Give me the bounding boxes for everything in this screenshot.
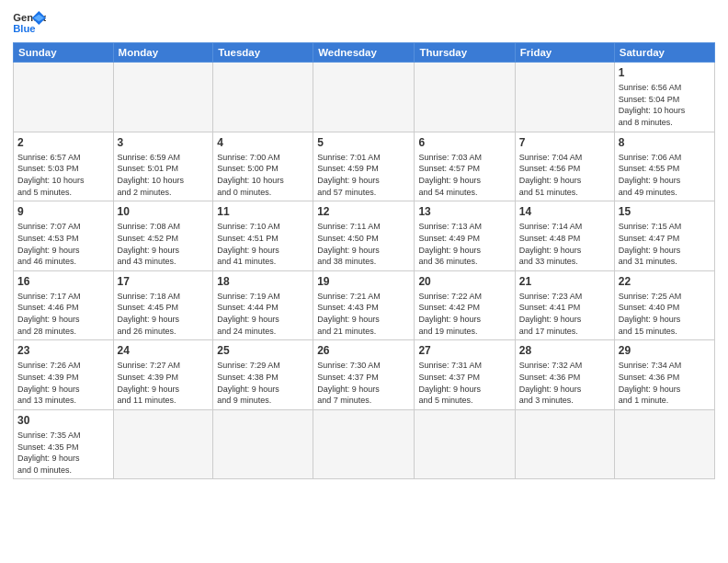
calendar-cell: 24Sunrise: 7:27 AMSunset: 4:39 PMDayligh… [113, 340, 213, 410]
day-info: Sunrise: 7:17 AMSunset: 4:46 PMDaylight:… [17, 291, 109, 337]
calendar-cell: 3Sunrise: 6:59 AMSunset: 5:01 PMDaylight… [113, 132, 213, 201]
calendar-cell: 26Sunrise: 7:30 AMSunset: 4:37 PMDayligh… [313, 340, 415, 410]
calendar-cell [213, 409, 313, 479]
weekday-sunday: Sunday [14, 43, 114, 63]
day-info: Sunrise: 7:32 AMSunset: 4:36 PMDaylight:… [519, 360, 610, 406]
week-row-4: 16Sunrise: 7:17 AMSunset: 4:46 PMDayligh… [14, 270, 715, 340]
day-number: 24 [118, 343, 210, 358]
day-number: 23 [17, 343, 109, 358]
day-number: 20 [418, 274, 510, 289]
calendar-cell: 19Sunrise: 7:21 AMSunset: 4:43 PMDayligh… [313, 270, 415, 340]
calendar-cell [515, 409, 614, 479]
day-info: Sunrise: 7:30 AMSunset: 4:37 PMDaylight:… [317, 360, 410, 406]
day-number: 9 [17, 204, 109, 219]
calendar-cell: 15Sunrise: 7:15 AMSunset: 4:47 PMDayligh… [614, 201, 714, 271]
weekday-friday: Friday [515, 43, 614, 63]
calendar: SundayMondayTuesdayWednesdayThursdayFrid… [13, 42, 715, 479]
day-info: Sunrise: 7:03 AMSunset: 4:57 PMDaylight:… [418, 152, 510, 198]
day-number: 10 [118, 204, 210, 219]
calendar-cell: 7Sunrise: 7:04 AMSunset: 4:56 PMDaylight… [515, 132, 614, 201]
weekday-tuesday: Tuesday [213, 43, 313, 63]
day-info: Sunrise: 7:22 AMSunset: 4:42 PMDaylight:… [418, 291, 510, 337]
calendar-cell: 12Sunrise: 7:11 AMSunset: 4:50 PMDayligh… [313, 201, 415, 271]
day-info: Sunrise: 7:04 AMSunset: 4:56 PMDaylight:… [519, 152, 610, 198]
calendar-cell: 25Sunrise: 7:29 AMSunset: 4:38 PMDayligh… [213, 340, 313, 410]
day-number: 5 [317, 135, 410, 150]
day-number: 27 [418, 343, 510, 358]
calendar-cell: 10Sunrise: 7:08 AMSunset: 4:52 PMDayligh… [113, 201, 213, 271]
logo: General Blue [13, 9, 46, 37]
page: General Blue SundayMondayTuesdayWednesda… [0, 0, 728, 563]
calendar-cell: 6Sunrise: 7:03 AMSunset: 4:57 PMDaylight… [415, 132, 515, 201]
day-info: Sunrise: 7:13 AMSunset: 4:49 PMDaylight:… [418, 221, 510, 267]
calendar-cell: 11Sunrise: 7:10 AMSunset: 4:51 PMDayligh… [213, 201, 313, 271]
day-number: 28 [519, 343, 610, 358]
day-number: 30 [17, 413, 109, 428]
day-number: 21 [519, 274, 610, 289]
day-number: 6 [418, 135, 510, 150]
day-info: Sunrise: 7:19 AMSunset: 4:44 PMDaylight:… [217, 291, 309, 337]
calendar-cell [415, 409, 515, 479]
day-info: Sunrise: 7:01 AMSunset: 4:59 PMDaylight:… [317, 152, 410, 198]
calendar-cell: 18Sunrise: 7:19 AMSunset: 4:44 PMDayligh… [213, 270, 313, 340]
day-number: 15 [619, 204, 711, 219]
calendar-cell: 30Sunrise: 7:35 AMSunset: 4:35 PMDayligh… [14, 409, 114, 479]
week-row-6: 30Sunrise: 7:35 AMSunset: 4:35 PMDayligh… [14, 409, 715, 479]
calendar-cell: 27Sunrise: 7:31 AMSunset: 4:37 PMDayligh… [415, 340, 515, 410]
day-number: 4 [217, 135, 309, 150]
calendar-cell [113, 63, 213, 132]
calendar-cell: 29Sunrise: 7:34 AMSunset: 4:36 PMDayligh… [614, 340, 714, 410]
week-row-2: 2Sunrise: 6:57 AMSunset: 5:03 PMDaylight… [14, 132, 715, 201]
calendar-cell: 22Sunrise: 7:25 AMSunset: 4:40 PMDayligh… [614, 270, 714, 340]
day-info: Sunrise: 7:35 AMSunset: 4:35 PMDaylight:… [17, 430, 109, 476]
calendar-cell: 4Sunrise: 7:00 AMSunset: 5:00 PMDaylight… [213, 132, 313, 201]
day-number: 2 [17, 135, 109, 150]
week-row-5: 23Sunrise: 7:26 AMSunset: 4:39 PMDayligh… [14, 340, 715, 410]
day-info: Sunrise: 7:08 AMSunset: 4:52 PMDaylight:… [118, 221, 210, 267]
calendar-cell: 23Sunrise: 7:26 AMSunset: 4:39 PMDayligh… [14, 340, 114, 410]
day-info: Sunrise: 7:10 AMSunset: 4:51 PMDaylight:… [217, 221, 309, 267]
day-info: Sunrise: 7:21 AMSunset: 4:43 PMDaylight:… [317, 291, 410, 337]
calendar-cell [14, 63, 114, 132]
day-info: Sunrise: 7:31 AMSunset: 4:37 PMDaylight:… [418, 360, 510, 406]
week-row-1: 1Sunrise: 6:56 AMSunset: 5:04 PMDaylight… [14, 63, 715, 132]
week-row-3: 9Sunrise: 7:07 AMSunset: 4:53 PMDaylight… [14, 201, 715, 271]
day-info: Sunrise: 7:18 AMSunset: 4:45 PMDaylight:… [118, 291, 210, 337]
calendar-cell: 13Sunrise: 7:13 AMSunset: 4:49 PMDayligh… [415, 201, 515, 271]
calendar-cell: 21Sunrise: 7:23 AMSunset: 4:41 PMDayligh… [515, 270, 614, 340]
calendar-cell [113, 409, 213, 479]
day-info: Sunrise: 6:57 AMSunset: 5:03 PMDaylight:… [17, 152, 109, 198]
calendar-cell: 20Sunrise: 7:22 AMSunset: 4:42 PMDayligh… [415, 270, 515, 340]
calendar-cell: 1Sunrise: 6:56 AMSunset: 5:04 PMDaylight… [614, 63, 714, 132]
calendar-cell: 2Sunrise: 6:57 AMSunset: 5:03 PMDaylight… [14, 132, 114, 201]
day-info: Sunrise: 7:26 AMSunset: 4:39 PMDaylight:… [17, 360, 109, 406]
day-number: 18 [217, 274, 309, 289]
day-info: Sunrise: 7:07 AMSunset: 4:53 PMDaylight:… [17, 221, 109, 267]
day-info: Sunrise: 7:14 AMSunset: 4:48 PMDaylight:… [519, 221, 610, 267]
calendar-cell: 14Sunrise: 7:14 AMSunset: 4:48 PMDayligh… [515, 201, 614, 271]
calendar-cell: 17Sunrise: 7:18 AMSunset: 4:45 PMDayligh… [113, 270, 213, 340]
day-info: Sunrise: 7:27 AMSunset: 4:39 PMDaylight:… [118, 360, 210, 406]
calendar-cell: 5Sunrise: 7:01 AMSunset: 4:59 PMDaylight… [313, 132, 415, 201]
calendar-cell: 9Sunrise: 7:07 AMSunset: 4:53 PMDaylight… [14, 201, 114, 271]
calendar-cell [313, 63, 415, 132]
day-info: Sunrise: 7:23 AMSunset: 4:41 PMDaylight:… [519, 291, 610, 337]
day-number: 19 [317, 274, 410, 289]
weekday-saturday: Saturday [614, 43, 714, 63]
day-info: Sunrise: 7:34 AMSunset: 4:36 PMDaylight:… [619, 360, 711, 406]
day-number: 12 [317, 204, 410, 219]
weekday-wednesday: Wednesday [313, 43, 415, 63]
svg-text:Blue: Blue [13, 23, 35, 34]
day-info: Sunrise: 7:11 AMSunset: 4:50 PMDaylight:… [317, 221, 410, 267]
day-number: 1 [619, 65, 711, 80]
calendar-cell: 16Sunrise: 7:17 AMSunset: 4:46 PMDayligh… [14, 270, 114, 340]
day-info: Sunrise: 7:00 AMSunset: 5:00 PMDaylight:… [217, 152, 309, 198]
calendar-cell [415, 63, 515, 132]
calendar-cell [614, 409, 714, 479]
calendar-cell: 28Sunrise: 7:32 AMSunset: 4:36 PMDayligh… [515, 340, 614, 410]
day-info: Sunrise: 7:15 AMSunset: 4:47 PMDaylight:… [619, 221, 711, 267]
calendar-cell [213, 63, 313, 132]
header: General Blue [13, 9, 715, 37]
day-number: 16 [17, 274, 109, 289]
calendar-cell [313, 409, 415, 479]
